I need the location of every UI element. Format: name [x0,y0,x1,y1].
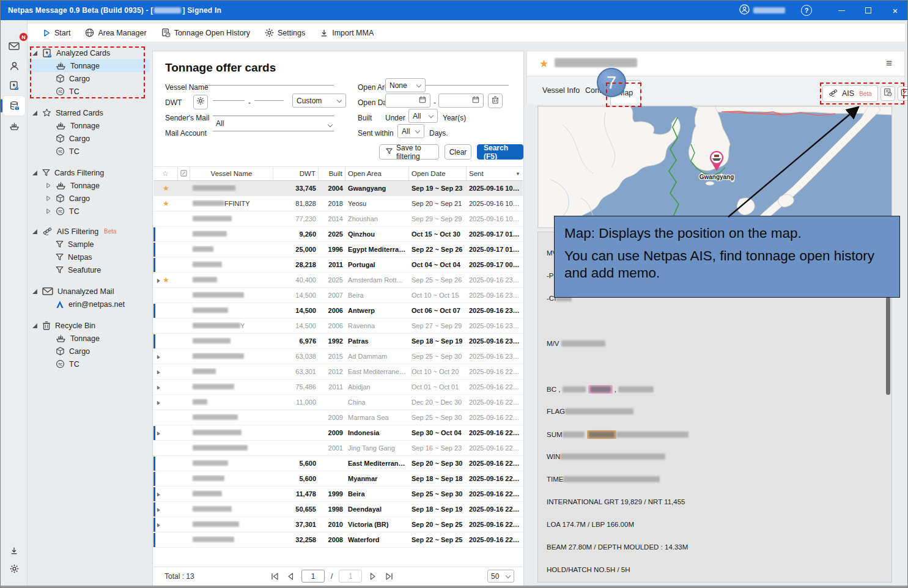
row-star-cell[interactable] [153,537,178,542]
row-expand-icon[interactable] [157,277,161,282]
sidebar-section-ais-filtering[interactable]: AIS FilteringBeta [28,225,150,238]
table-row[interactable]: 6,9761992PatrasSep 18 ~ Sep 192025-09-16… [153,334,523,349]
sidebar-item-tonnage[interactable]: Tonnage [28,119,150,132]
row-star-cell[interactable] [153,461,178,466]
table-row[interactable]: 77,2302014ZhoushanSep 29 ~ Sep 292025-09… [153,211,523,227]
sidebar-section-starred-cards[interactable]: Starred Cards [28,106,150,119]
search-button[interactable]: Search (F5) [477,144,523,160]
row-star-cell[interactable] [153,232,178,237]
row-star-cell[interactable] [153,415,178,420]
tonnage-open-history-button[interactable] [880,86,895,101]
dwt-min-input[interactable] [213,89,245,101]
table-row[interactable]: 9,2602025QinzhouOct 15 ~ Oct 302025-09-1… [153,227,523,242]
row-star-cell[interactable] [153,262,178,267]
expand-caret-icon[interactable] [45,196,51,201]
row-star-cell[interactable] [153,507,178,512]
sidebar-item-tonnage[interactable]: Tonnage [28,332,150,345]
maximize-button[interactable] [855,1,882,20]
table-row[interactable]: 2001Jing Tang GangSep 16 ~ Sep 232025-09… [153,441,523,456]
open-date-clear-button[interactable] [488,94,503,108]
sidebar-section-cards-filtering[interactable]: Cards Filtering [28,166,150,179]
table-row[interactable]: 14,5002006AntwerpOct 06 ~ Oct 072025-09-… [153,303,523,318]
row-star-cell[interactable]: ★ [153,276,178,284]
page-size-select[interactable]: 50 [487,570,514,582]
save-to-filtering-button[interactable]: Save to filtering [379,144,439,160]
table-row[interactable]: 37,3012010Victoria (BR)Sep 20 ~ Sep 2520… [153,517,523,532]
sidebar-item-tonnage[interactable]: Tonnage [28,179,150,192]
row-star-cell[interactable] [153,369,178,374]
mail-account-select[interactable]: All [213,119,334,131]
vessel-name-input[interactable] [205,73,334,86]
tab-vessel-info[interactable]: Vessel Info [542,76,580,105]
minimize-button[interactable] [828,1,855,20]
row-star-cell[interactable]: ★ [153,184,178,193]
sidebar-item-tonnage[interactable]: Tonnage [28,59,150,72]
clear-button[interactable]: Clear [445,144,471,160]
expand-caret-icon[interactable] [45,208,51,214]
toolbar-tonnage-open-history[interactable]: Tonnage Open History [155,26,256,40]
row-star-cell[interactable] [153,446,178,450]
table-row[interactable]: 14,5002007BeiraOct 10 ~ Oct 152025-09-16… [153,288,523,303]
sidebar-section-analyzed-cards[interactable]: Analyzed Cards [28,46,150,59]
sidebar-item-tc[interactable]: TCTC [28,205,150,218]
table-row[interactable]: 28,2182011PortugalOct 04 ~ Oct 042025-09… [153,257,523,273]
row-star-cell[interactable] [153,323,178,328]
map-view[interactable]: Gwangyang [537,106,892,228]
hamburger-menu-icon[interactable]: ≡ [886,57,892,70]
previous-page-button[interactable] [286,571,295,581]
row-expand-icon[interactable] [157,369,161,374]
sidebar-item-cargo[interactable]: Cargo [28,72,150,85]
star-icon[interactable]: ★ [163,184,169,193]
memo-column-header[interactable] [178,167,190,180]
sidebar-item-tc[interactable]: TCTC [28,358,150,370]
sidebar-item-cargo[interactable]: Cargo [28,132,150,145]
sidebar-item-seafuture[interactable]: Seafuture [28,263,150,276]
row-expand-icon[interactable] [157,507,161,512]
sidebar-item-cargo[interactable]: Cargo [28,345,150,358]
row-star-cell[interactable] [153,216,178,221]
row-star-cell[interactable] [153,400,178,405]
rail-download-button[interactable] [3,541,25,560]
toolbar-import-mma[interactable]: Import MMA [314,26,380,40]
row-star-cell[interactable] [153,522,178,527]
next-page-button[interactable] [368,571,378,581]
sidebar-section-recycle-bin[interactable]: Recycle Bin [28,319,150,332]
dwt-max-input[interactable] [254,89,284,101]
col-open-area[interactable]: Open Area [345,167,409,180]
expand-caret-icon[interactable] [45,183,51,188]
row-star-cell[interactable]: ★ [153,199,178,208]
row-star-cell[interactable] [153,476,178,481]
table-row[interactable]: 50,6551998DeendayalSep 18 ~ Sep 192025-0… [153,502,523,517]
star-column-header[interactable]: ☆ [153,167,178,180]
row-expand-icon[interactable] [157,354,161,359]
collapse-caret-icon[interactable] [32,111,38,116]
sidebar-item-tc[interactable]: TCTC [28,85,150,98]
table-row[interactable]: 2009Marmara SeaSep 25 ~ Sep 302025-09-16… [153,410,523,425]
col-built[interactable]: Built [319,167,345,180]
table-row[interactable]: 32,2582008WaterfordSep 22 ~ Sep 252025-0… [153,532,523,548]
last-page-button[interactable] [384,571,394,581]
row-star-cell[interactable] [153,247,178,252]
sidebar-item-sample[interactable]: Sample [28,238,150,251]
rail-gear-button[interactable] [3,559,25,578]
sidebar-item-cargo[interactable]: Cargo [28,192,150,205]
row-expand-icon[interactable] [157,522,161,527]
memo-button[interactable] [898,86,908,101]
built-select[interactable]: All [408,109,438,123]
open-date-to-input[interactable] [438,94,484,108]
col-open-date[interactable]: Open Date [409,167,467,180]
col-sent[interactable]: Sent▼ [467,167,523,180]
toolbar-area-manager[interactable]: Area Manager [79,26,152,40]
help-button[interactable]: ? [801,5,812,16]
table-row[interactable]: ★33,7452004GwangyangSep 19 ~ Sep 232025-… [153,181,523,196]
ais-button[interactable]: AIS Beta [822,85,878,102]
toolbar-start[interactable]: Start [36,26,76,40]
row-expand-icon[interactable] [157,384,161,389]
table-row[interactable]: 63,0382015Ad DammamSep 25 ~ Sep 302025-0… [153,349,523,364]
table-row[interactable]: 25,0001996Egypt Mediterrane...Sep 22 ~ S… [153,242,523,257]
close-button[interactable]: × [882,1,908,20]
rail-ship-button[interactable] [3,116,25,136]
dwt-settings-button[interactable] [193,95,208,109]
row-expand-icon[interactable] [157,430,161,435]
collapse-caret-icon[interactable] [32,229,38,234]
